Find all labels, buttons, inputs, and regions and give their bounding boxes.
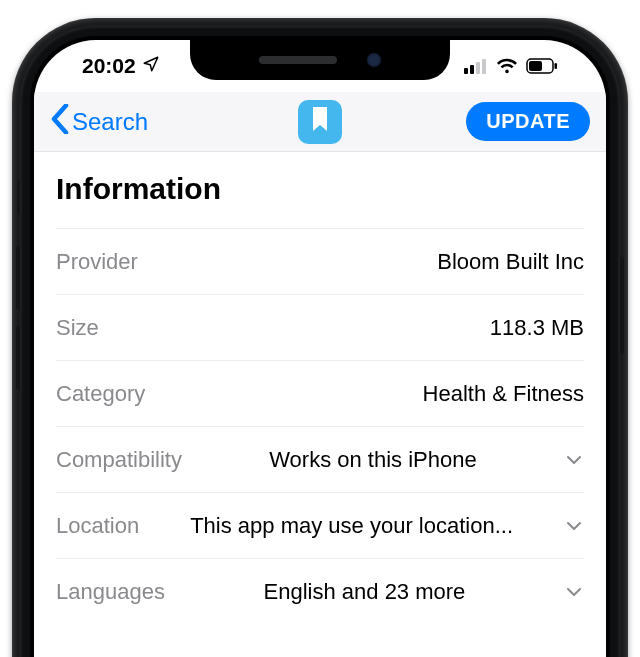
row-size: Size 118.3 MB	[56, 294, 584, 360]
section-title: Information	[56, 172, 584, 228]
chevron-left-icon	[50, 104, 70, 140]
row-category: Category Health & Fitness	[56, 360, 584, 426]
wifi-icon	[496, 58, 518, 74]
row-value: This app may use your location...	[190, 513, 513, 539]
row-languages[interactable]: Languages English and 23 more	[56, 558, 584, 624]
navigation-bar: Search UPDATE	[34, 92, 606, 152]
row-value: English and 23 more	[264, 579, 466, 605]
back-button[interactable]: Search	[50, 104, 148, 140]
location-arrow-icon	[142, 54, 160, 78]
cellular-signal-icon	[464, 58, 488, 74]
row-label: Location	[56, 513, 139, 539]
row-value: Works on this iPhone	[269, 447, 476, 473]
svg-rect-0	[464, 68, 468, 74]
row-label: Size	[56, 315, 99, 341]
update-button[interactable]: UPDATE	[466, 102, 590, 141]
svg-rect-5	[529, 61, 542, 71]
bookmark-icon	[310, 107, 330, 137]
svg-rect-2	[476, 62, 480, 74]
row-label: Languages	[56, 579, 165, 605]
status-time: 20:02	[82, 54, 136, 78]
back-label: Search	[72, 108, 148, 136]
device-notch	[190, 40, 450, 80]
app-icon	[298, 100, 342, 144]
chevron-down-icon	[564, 516, 584, 536]
chevron-down-icon	[564, 582, 584, 602]
front-camera	[367, 53, 381, 67]
row-label: Compatibility	[56, 447, 182, 473]
row-location[interactable]: Location This app may use your location.…	[56, 492, 584, 558]
svg-rect-3	[482, 59, 486, 74]
battery-icon	[526, 58, 558, 74]
svg-rect-1	[470, 65, 474, 74]
row-label: Category	[56, 381, 145, 407]
chevron-down-icon	[564, 450, 584, 470]
row-value: Health & Fitness	[423, 381, 584, 407]
row-label: Provider	[56, 249, 138, 275]
row-provider: Provider Bloom Built Inc	[56, 228, 584, 294]
row-value: Bloom Built Inc	[437, 249, 584, 275]
row-compatibility[interactable]: Compatibility Works on this iPhone	[56, 426, 584, 492]
earpiece-speaker	[259, 56, 337, 64]
row-value: 118.3 MB	[490, 315, 584, 341]
svg-rect-6	[555, 63, 558, 69]
information-section: Information Provider Bloom Built Inc Siz…	[34, 152, 606, 657]
phone-frame: 20:02	[12, 18, 628, 657]
